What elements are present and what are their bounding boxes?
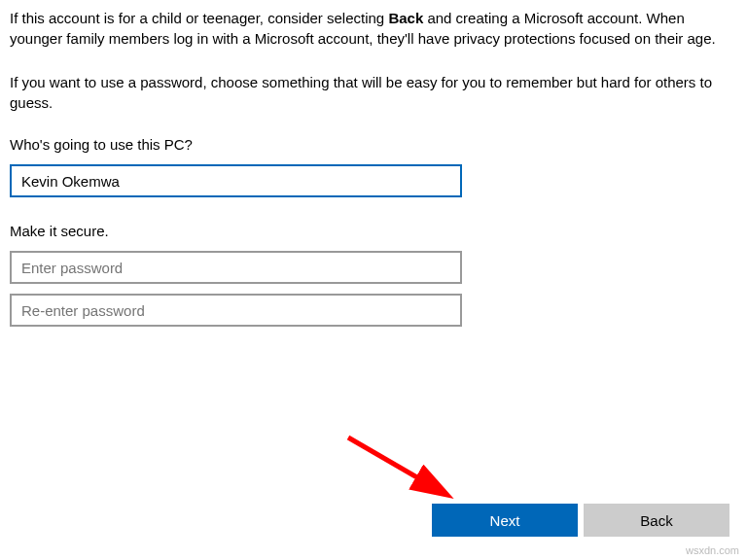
info-text-1a: If this account is for a child or teenag… (10, 10, 388, 26)
back-button[interactable]: Back (584, 504, 729, 537)
watermark-text: wsxdn.com (686, 544, 739, 556)
reenter-password-input[interactable] (10, 294, 462, 327)
next-button[interactable]: Next (432, 504, 578, 537)
username-label: Who's going to use this PC? (10, 136, 737, 153)
info-text-bold: Back (388, 10, 423, 26)
password-input[interactable] (10, 251, 462, 284)
username-input[interactable] (10, 164, 462, 197)
secure-label: Make it secure. (10, 223, 737, 239)
button-row: Next Back (432, 504, 729, 537)
svg-line-1 (348, 438, 445, 494)
info-paragraph-2: If you want to use a password, choose so… (10, 72, 729, 113)
arrow-annotation-icon (340, 430, 467, 508)
info-paragraph-1: If this account is for a child or teenag… (10, 8, 729, 49)
